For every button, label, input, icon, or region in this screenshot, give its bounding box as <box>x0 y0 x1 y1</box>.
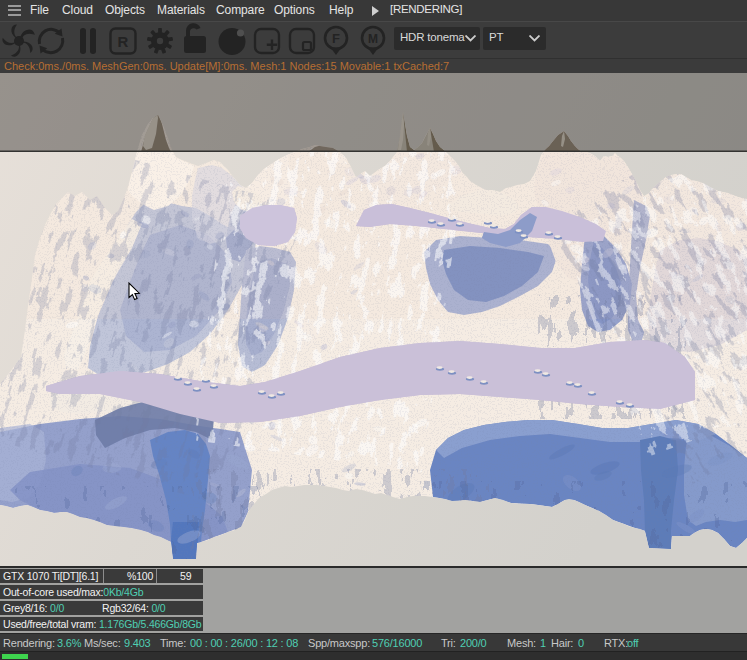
svg-text:M: M <box>368 32 378 46</box>
svg-text:R: R <box>118 33 129 50</box>
svg-text:F: F <box>332 31 340 46</box>
